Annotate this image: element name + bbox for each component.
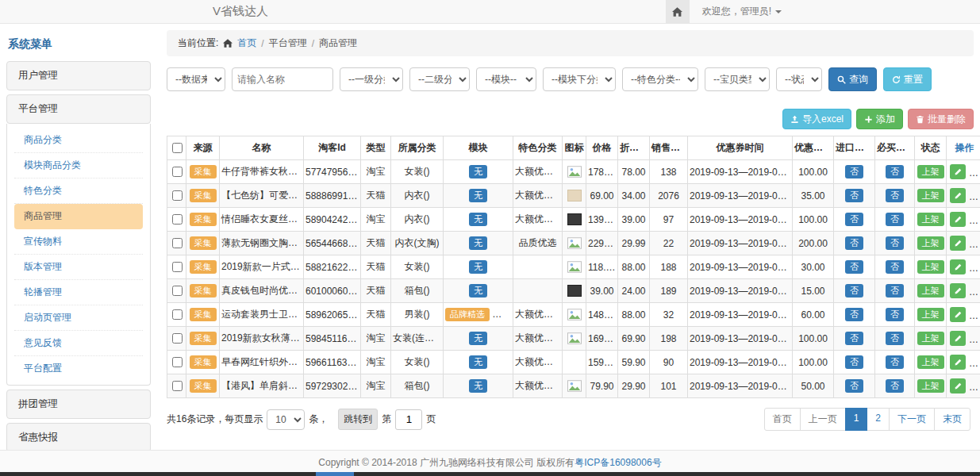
status-badge[interactable]: 上架: [917, 379, 944, 393]
filter-select-category-l1[interactable]: --一级分类--: [340, 67, 403, 91]
sidebar-subitem[interactable]: 模块商品分类: [14, 153, 143, 178]
sidebar-group[interactable]: 拼团管理: [6, 390, 151, 419]
pager-button[interactable]: 下一页: [889, 408, 935, 431]
jump-button[interactable]: 跳转到: [338, 409, 378, 430]
edit-button[interactable]: [950, 188, 966, 203]
edit-button[interactable]: [950, 259, 966, 274]
status-badge[interactable]: 上架: [917, 308, 944, 321]
must-buy-badge[interactable]: 否: [886, 213, 904, 226]
import-selected-badge[interactable]: 否: [845, 189, 863, 202]
status-badge[interactable]: 上架: [917, 189, 944, 202]
status-badge[interactable]: 上架: [917, 284, 944, 298]
sidebar-subitem[interactable]: 宣传物料: [14, 229, 143, 255]
sidebar-subitem[interactable]: 意见反馈: [14, 331, 143, 356]
filter-select-feature-category[interactable]: --特色分类--: [622, 67, 698, 91]
sidebar-subitem[interactable]: 商品管理: [14, 204, 143, 229]
unit-text: 条，: [309, 413, 328, 426]
status-badge[interactable]: 上架: [917, 165, 944, 178]
import-selected-badge[interactable]: 否: [845, 355, 863, 369]
must-buy-badge[interactable]: 否: [886, 165, 904, 178]
name-search-input[interactable]: [232, 67, 333, 91]
edit-button[interactable]: [950, 331, 966, 346]
scrollbar-thumb[interactable]: [316, 472, 354, 476]
row-checkbox[interactable]: [172, 286, 183, 296]
reset-button[interactable]: 重置: [883, 67, 932, 91]
sidebar-subitem[interactable]: 商品分类: [14, 128, 143, 153]
edit-button[interactable]: [950, 164, 966, 179]
must-buy-badge[interactable]: 否: [886, 308, 904, 321]
select-all-checkbox[interactable]: [172, 143, 183, 153]
horizontal-scrollbar[interactable]: [0, 472, 980, 476]
per-page-select[interactable]: 10: [267, 409, 305, 430]
sidebar-subitem[interactable]: 平台配置: [14, 356, 143, 381]
pager-button[interactable]: 2: [867, 408, 890, 431]
sidebar-group-users[interactable]: 用户管理: [6, 61, 151, 90]
row-checkbox[interactable]: [172, 333, 183, 344]
import-excel-button[interactable]: 导入excel: [782, 109, 851, 129]
search-button[interactable]: 查询: [828, 67, 877, 91]
must-buy-badge[interactable]: 否: [886, 189, 904, 202]
row-checkbox[interactable]: [172, 214, 183, 225]
row-checkbox[interactable]: [172, 167, 183, 177]
bulk-delete-button[interactable]: 批量删除: [908, 109, 974, 129]
filter-select-category-l2[interactable]: --二级分类--: [409, 67, 470, 91]
icon-cell: [563, 351, 586, 374]
sidebar-group[interactable]: 省惠快报: [6, 423, 151, 450]
import-selected-badge[interactable]: 否: [845, 308, 863, 321]
row-checkbox[interactable]: [172, 190, 183, 201]
row-checkbox[interactable]: [172, 309, 183, 320]
sidebar-subitem[interactable]: 轮播管理: [14, 280, 143, 305]
status-badge[interactable]: 上架: [917, 355, 944, 369]
edit-button[interactable]: [950, 212, 966, 227]
page-number-input[interactable]: [395, 409, 422, 430]
home-button[interactable]: [666, 0, 690, 24]
import-selected-badge[interactable]: 否: [845, 236, 863, 250]
pager-button[interactable]: 1: [845, 408, 868, 431]
pager-button[interactable]: 首页: [764, 408, 801, 431]
row-checkbox[interactable]: [172, 357, 183, 367]
status-badge[interactable]: 上架: [917, 236, 944, 250]
edit-button[interactable]: [950, 378, 966, 393]
sidebar-subitem[interactable]: 特色分类: [14, 178, 143, 204]
category-cell: 女装(): [391, 255, 444, 279]
filter-select-status[interactable]: --状态--: [776, 67, 822, 91]
must-buy-badge[interactable]: 否: [886, 332, 904, 345]
import-selected-badge[interactable]: 否: [845, 284, 863, 298]
filter-select-item-type[interactable]: --宝贝类型--: [705, 67, 770, 91]
status-badge[interactable]: 上架: [917, 213, 944, 226]
row-checkbox[interactable]: [172, 262, 183, 272]
pager-button[interactable]: 末页: [934, 408, 970, 431]
import-selected-badge[interactable]: 否: [845, 332, 863, 345]
edit-button[interactable]: [950, 236, 966, 251]
sidebar-group-platform[interactable]: 平台管理: [6, 94, 151, 124]
sidebar-subitem[interactable]: 版本管理: [14, 255, 143, 280]
import-selected-badge[interactable]: 否: [845, 379, 863, 393]
sidebar-subitem[interactable]: 启动页管理: [14, 305, 143, 331]
icp-link[interactable]: 粤ICP备16098006号: [575, 457, 661, 468]
import-selected-badge[interactable]: 否: [845, 165, 863, 178]
import-selected-badge[interactable]: 否: [845, 260, 863, 274]
user-menu[interactable]: 欢迎您，管理员!: [702, 5, 782, 18]
must-buy-badge[interactable]: 否: [886, 236, 904, 250]
must-buy-badge[interactable]: 否: [886, 355, 904, 369]
filter-select-module-sub[interactable]: --模块下分类--: [543, 67, 616, 91]
module-badge: 无: [469, 284, 487, 298]
must-buy-badge[interactable]: 否: [886, 284, 904, 298]
category-cell: 内衣(): [391, 184, 444, 208]
row-checkbox[interactable]: [172, 381, 183, 391]
filter-select-module[interactable]: --模块--: [476, 67, 536, 91]
edit-button[interactable]: [950, 283, 966, 298]
status-badge[interactable]: 上架: [917, 260, 944, 274]
edit-button[interactable]: [950, 355, 966, 370]
breadcrumb-home-link[interactable]: 首页: [237, 36, 256, 50]
row-checkbox[interactable]: [172, 238, 183, 248]
must-buy-badge[interactable]: 否: [886, 379, 904, 393]
edit-button[interactable]: [950, 307, 966, 322]
must-buy-badge[interactable]: 否: [886, 260, 904, 274]
pager-button[interactable]: 上一页: [800, 408, 846, 431]
add-button[interactable]: 添加: [856, 109, 903, 129]
status-cell: 上架: [915, 255, 947, 279]
import-selected-badge[interactable]: 否: [845, 213, 863, 226]
filter-select-data-source[interactable]: --数据来源--: [167, 67, 225, 91]
status-badge[interactable]: 上架: [917, 332, 944, 345]
